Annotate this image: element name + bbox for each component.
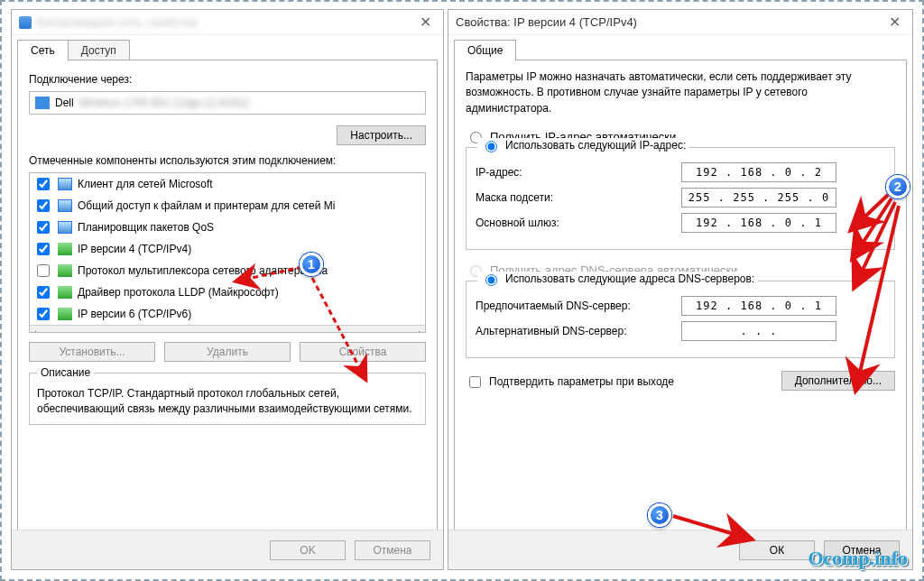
ipv4-help-text: Параметры IP можно назначать автоматичес…: [466, 69, 895, 116]
description-text: Протокол TCP/IP. Стандартный протокол гл…: [37, 386, 418, 417]
component-checkbox[interactable]: [37, 243, 50, 255]
dns-fieldset: Использовать следующие адреса DNS-сервер…: [466, 281, 895, 358]
list-item[interactable]: IP версии 6 (TCP/IPv6): [30, 303, 425, 325]
gateway-label: Основной шлюз:: [476, 217, 674, 229]
window-title-right: Свойства: IP версии 4 (TCP/IPv4): [456, 15, 637, 29]
tab-general[interactable]: Общие: [454, 40, 516, 60]
remove-button[interactable]: Удалить: [164, 342, 291, 362]
tab-access[interactable]: Доступ: [68, 40, 130, 60]
h-scrollbar[interactable]: ◂ ▸: [30, 325, 425, 333]
configure-button[interactable]: Настроить...: [337, 125, 426, 145]
components-label: Отмеченные компоненты используются этим …: [29, 154, 426, 167]
dns1-label: Предпочитаемый DNS-сервер:: [476, 300, 674, 312]
advanced-button[interactable]: Дополнительно...: [781, 371, 895, 391]
description-legend: Описание: [37, 366, 94, 379]
annotation-badge-1: 1: [300, 253, 323, 276]
annotation-badge-2: 2: [886, 175, 910, 198]
dns1-input[interactable]: 192 . 168 . 0 . 1: [681, 296, 836, 316]
cancel-button-left[interactable]: Отмена: [355, 540, 430, 560]
component-label: Планировщик пакетов QoS: [78, 221, 214, 234]
watermark: Ocomp.info: [808, 547, 908, 570]
ip-input[interactable]: 192 . 168 . 0 . 2: [681, 162, 836, 182]
list-item[interactable]: Драйвер протокола LLDP (Майкрософт): [30, 281, 425, 303]
titlebar-left: Беспроводная сеть: свойства ✕: [12, 10, 443, 35]
gateway-input[interactable]: 192 . 168 . 0 . 1: [681, 213, 836, 233]
validate-label: Подтвердить параметры при выходе: [489, 375, 674, 388]
scroll-right-icon[interactable]: ▸: [419, 327, 423, 333]
install-button[interactable]: Установить...: [29, 342, 155, 362]
description-group: Описание Протокол TCP/IP. Стандартный пр…: [29, 373, 426, 425]
validate-checkbox[interactable]: [469, 376, 481, 388]
connect-via-label: Подключение через:: [29, 73, 426, 86]
component-label: Клиент для сетей Microsoft: [78, 178, 213, 190]
component-icon: [58, 178, 72, 190]
radio-use-dns-input[interactable]: [485, 274, 497, 286]
list-item[interactable]: Общий доступ к файлам и принтерам для се…: [30, 195, 425, 217]
mask-label: Маска подсети:: [476, 191, 674, 204]
list-item[interactable]: Протокол мультиплексора сетевого адаптер…: [30, 260, 425, 281]
validate-on-exit[interactable]: Подтвердить параметры при выходе: [466, 374, 674, 391]
mask-input[interactable]: 255 . 255 . 255 . 0: [681, 188, 836, 208]
scroll-left-icon[interactable]: ◂: [32, 327, 36, 333]
adapter-field: Dell Wireless 1705 802.11bgn (2.4GHz): [29, 91, 426, 115]
footer-left: OK Отмена: [12, 530, 443, 569]
component-label: IP версии 6 (TCP/IPv6): [78, 308, 191, 320]
component-checkbox[interactable]: [37, 221, 50, 234]
component-icon: [58, 243, 72, 255]
properties-button[interactable]: Свойства: [300, 342, 426, 362]
list-item[interactable]: IP версии 4 (TCP/IPv4): [30, 238, 425, 260]
radio-use-dns-label: Использовать следующие адреса DNS-сервер…: [505, 272, 754, 285]
component-icon: [58, 264, 72, 277]
nic-icon: [35, 97, 50, 109]
component-label: Общий доступ к файлам и принтерам для се…: [78, 199, 335, 212]
radio-use-ip-label: Использовать следующий IP-адрес:: [505, 139, 686, 152]
list-item[interactable]: Клиент для сетей Microsoft: [30, 173, 425, 195]
component-icon: [58, 199, 72, 212]
annotation-badge-3: 3: [648, 503, 671, 527]
close-icon[interactable]: ✕: [883, 12, 905, 33]
ok-button-left[interactable]: OK: [270, 540, 346, 560]
list-item[interactable]: Планировщик пакетов QoS: [30, 217, 425, 238]
component-label: Драйвер протокола LLDP (Майкрософт): [78, 286, 279, 299]
component-label: Протокол мультиплексора сетевого адаптер…: [78, 264, 328, 277]
titlebar-right: Свойства: IP версии 4 (TCP/IPv4) ✕: [448, 10, 912, 35]
component-checkbox[interactable]: [37, 199, 50, 212]
ip-label: IP-адрес:: [476, 166, 674, 179]
tab-network[interactable]: Сеть: [17, 40, 69, 60]
component-icon: [58, 308, 72, 320]
window-title-left: Беспроводная сеть: свойства: [37, 15, 198, 29]
components-listbox[interactable]: Клиент для сетей MicrosoftОбщий доступ к…: [29, 172, 426, 333]
ipv4-properties-window: Свойства: IP версии 4 (TCP/IPv4) ✕ Общие…: [448, 9, 913, 570]
ok-button-right[interactable]: ОК: [739, 540, 815, 560]
component-label: IP версии 4 (TCP/IPv4): [78, 243, 191, 255]
ip-fieldset: Использовать следующий IP-адрес: IP-адре…: [466, 147, 895, 250]
dns2-label: Альтернативный DNS-сервер:: [476, 325, 674, 337]
component-icon: [58, 221, 72, 234]
component-checkbox[interactable]: [37, 264, 50, 277]
adapter-name-blurred: Wireless 1705 802.11bgn (2.4GHz): [79, 97, 249, 109]
adapter-name-prefix: Dell: [55, 97, 74, 109]
radio-use-ip-input[interactable]: [485, 141, 497, 152]
component-checkbox[interactable]: [37, 178, 50, 190]
component-icon: [58, 286, 72, 299]
dns2-input[interactable]: . . .: [681, 321, 836, 341]
component-checkbox[interactable]: [37, 286, 50, 299]
adapter-icon: [19, 16, 32, 29]
component-checkbox[interactable]: [37, 308, 50, 320]
network-properties-window: Беспроводная сеть: свойства ✕ Сеть Досту…: [11, 9, 444, 570]
close-icon[interactable]: ✕: [414, 12, 436, 33]
